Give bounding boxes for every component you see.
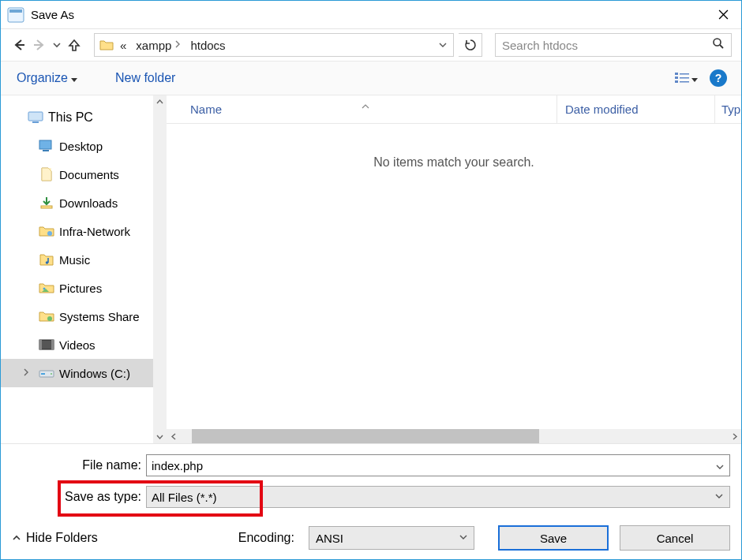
navigation-tree: This PC DesktopDocumentsDownloadsInfra-N…	[1, 95, 167, 443]
hide-folders-button[interactable]: Hide Folders	[12, 531, 98, 545]
file-type-select[interactable]: All Files (*.*)	[146, 486, 730, 508]
search-input[interactable]: Search htdocs	[495, 33, 732, 57]
back-button[interactable]	[10, 35, 28, 54]
tree-item-label: Desktop	[59, 140, 103, 153]
window-title: Save As	[31, 8, 705, 21]
svg-point-27	[51, 373, 52, 375]
horizontal-scrollbar[interactable]	[167, 429, 741, 443]
help-button[interactable]: ?	[710, 69, 727, 87]
videos-icon	[39, 338, 54, 352]
empty-list-message: No items match your search.	[167, 155, 741, 170]
save-as-dialog: Save As « xampp	[0, 0, 742, 560]
encoding-select[interactable]: ANSI	[309, 526, 474, 550]
tree-item[interactable]: Systems Share	[1, 302, 153, 330]
search-placeholder: Search htdocs	[502, 39, 578, 52]
breadcrumb-segment-label: htdocs	[190, 39, 225, 52]
new-folder-label: New folder	[115, 71, 175, 84]
file-type-row: Save as type: All Files (*.*)	[12, 485, 730, 509]
scroll-down-icon[interactable]	[153, 430, 167, 443]
cancel-button-label: Cancel	[657, 532, 694, 545]
search-icon	[712, 37, 725, 53]
recent-locations-button[interactable]	[51, 35, 62, 54]
close-button[interactable]	[705, 2, 741, 28]
tree-item[interactable]: Music	[1, 245, 153, 274]
pc-icon	[28, 110, 43, 125]
breadcrumb-segment-0[interactable]: xampp	[133, 34, 184, 56]
scroll-up-icon[interactable]	[153, 95, 167, 109]
breadcrumb-dropdown[interactable]	[436, 41, 450, 49]
scrollbar-thumb[interactable]	[192, 429, 539, 443]
svg-rect-12	[28, 112, 43, 121]
cancel-button[interactable]: Cancel	[620, 525, 730, 551]
chevron-down-icon	[459, 533, 467, 543]
file-name-input[interactable]	[146, 454, 730, 476]
column-type[interactable]: Typ	[714, 95, 741, 123]
svg-rect-9	[680, 77, 689, 79]
refresh-button[interactable]	[459, 33, 482, 57]
scroll-left-icon[interactable]	[167, 429, 181, 443]
organize-button[interactable]: Organize	[17, 71, 77, 85]
view-options-button[interactable]	[672, 67, 700, 89]
tree-item-label: Infra-Network	[59, 225, 130, 238]
column-label: Typ	[721, 103, 740, 116]
svg-rect-10	[675, 80, 678, 83]
encoding-label: Encoding:	[238, 531, 298, 545]
save-fields: File name: Save as type: All Files (*.*)	[1, 444, 741, 517]
sort-ascending-icon	[362, 102, 369, 110]
music-icon	[39, 252, 54, 267]
tree-item[interactable]: Infra-Network	[1, 217, 153, 245]
drive-icon	[39, 366, 54, 380]
tree-item[interactable]: Documents	[1, 160, 153, 189]
tree-item-label: This PC	[48, 110, 93, 125]
dialog-footer: Hide Folders Encoding: ANSI Save Cancel	[1, 517, 741, 559]
svg-rect-13	[32, 121, 39, 123]
organize-label: Organize	[17, 71, 68, 85]
svg-rect-8	[675, 77, 678, 79]
chevron-down-icon	[71, 71, 77, 85]
tree-item[interactable]: Windows (C:)	[1, 359, 153, 387]
forward-button[interactable]	[31, 35, 48, 54]
tree-item-this-pc[interactable]: This PC	[1, 103, 153, 132]
chevron-down-icon	[691, 71, 698, 85]
tree-item-label: Music	[59, 253, 90, 267]
nav-buttons	[10, 35, 83, 54]
expand-icon[interactable]	[23, 368, 29, 378]
tree-scrollbar[interactable]	[153, 95, 167, 443]
tree-item-label: Videos	[59, 338, 96, 352]
svg-rect-11	[680, 81, 689, 83]
breadcrumb-segment-label: xampp	[136, 39, 171, 52]
column-label: Date modified	[565, 103, 639, 116]
new-folder-button[interactable]: New folder	[115, 71, 175, 85]
chevron-down-icon[interactable]	[716, 460, 724, 474]
svg-point-21	[47, 316, 52, 321]
column-name[interactable]: Name	[167, 103, 556, 116]
svg-point-18	[47, 231, 52, 236]
svg-rect-7	[680, 73, 689, 75]
scroll-right-icon[interactable]	[727, 429, 741, 443]
svg-rect-24	[51, 340, 54, 349]
tree-item[interactable]: Downloads	[1, 189, 153, 217]
svg-rect-17	[41, 206, 52, 208]
tree-item[interactable]: Videos	[1, 330, 153, 359]
address-bar: « xampp htdocs Search htdocs	[1, 29, 741, 61]
breadcrumb-overflow[interactable]: «	[117, 34, 129, 56]
svg-rect-16	[42, 168, 51, 181]
svg-rect-26	[41, 373, 45, 375]
up-button[interactable]	[66, 35, 83, 54]
folder-icon	[99, 39, 114, 51]
breadcrumb[interactable]: « xampp htdocs	[94, 33, 454, 57]
pictures-icon	[39, 281, 54, 295]
save-button-label: Save	[540, 532, 567, 545]
svg-rect-14	[39, 140, 51, 149]
tree-item[interactable]: Desktop	[1, 132, 153, 160]
column-date-modified[interactable]: Date modified	[556, 95, 714, 123]
documents-icon	[39, 167, 54, 181]
save-button[interactable]: Save	[498, 525, 609, 551]
tree-item[interactable]: Pictures	[1, 274, 153, 302]
downloads-icon	[39, 196, 54, 210]
breadcrumb-segment-1[interactable]: htdocs	[187, 34, 228, 56]
tree-item-label: Pictures	[59, 282, 102, 295]
column-headers: Name Date modified Typ	[167, 95, 741, 124]
encoding-value: ANSI	[316, 532, 343, 545]
file-list-body[interactable]: No items match your search.	[167, 124, 741, 429]
